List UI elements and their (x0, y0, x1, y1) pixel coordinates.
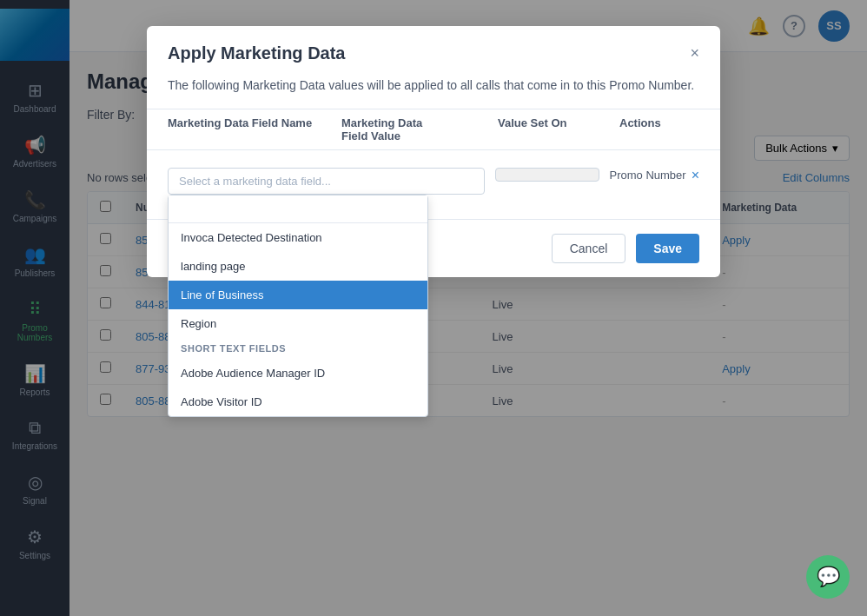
promo-number-tag: Promo Number × (610, 168, 699, 183)
modal-title: Apply Marketing Data (168, 43, 345, 63)
field-select-wrapper: Select a marketing data field... Invoca … (168, 168, 485, 195)
cancel-button[interactable]: Cancel (552, 234, 626, 263)
chat-icon: 💬 (817, 566, 840, 588)
dropdown-search-input[interactable] (169, 195, 427, 223)
promo-number-close-icon[interactable]: × (692, 168, 699, 183)
modal-close-button[interactable]: × (690, 44, 699, 63)
modal-col-field-value: Marketing DataField Value (341, 116, 498, 142)
modal-header: Apply Marketing Data × (147, 26, 720, 77)
field-select-input[interactable]: Select a marketing data field... (168, 168, 485, 195)
chat-bubble[interactable]: 💬 (806, 555, 850, 599)
promo-number-label: Promo Number (610, 169, 686, 182)
dropdown-item-landing[interactable]: landing page (169, 252, 427, 281)
modal-overlay: Apply Marketing Data × The following Mar… (0, 0, 867, 616)
field-row: Select a marketing data field... Invoca … (168, 168, 699, 195)
modal-col-field-name: Marketing Data Field Name (168, 116, 341, 142)
modal-body: Select a marketing data field... Invoca … (147, 150, 720, 219)
dropdown-item-invoca[interactable]: Invoca Detected Destination (169, 223, 427, 252)
modal-col-actions: Actions (619, 116, 706, 142)
modal-description: The following Marketing Data values will… (147, 77, 720, 109)
modal-col-value-set: Value Set On (498, 116, 619, 142)
dropdown-section-label: SHORT TEXT FIELDS (169, 338, 427, 359)
dropdown-item-adobe-visitor[interactable]: Adobe Visitor ID (169, 387, 427, 416)
dropdown-item-line-of-business[interactable]: Line of Business (169, 281, 427, 309)
save-button[interactable]: Save (636, 234, 699, 263)
dropdown-list: Invoca Detected Destination landing page… (168, 195, 428, 417)
modal-table-headers: Marketing Data Field Name Marketing Data… (147, 109, 720, 150)
field-value-input[interactable] (495, 168, 599, 182)
apply-marketing-modal: Apply Marketing Data × The following Mar… (147, 26, 720, 277)
dropdown-item-region[interactable]: Region (169, 309, 427, 338)
dropdown-item-adobe-audience[interactable]: Adobe Audience Manager ID (169, 359, 427, 387)
